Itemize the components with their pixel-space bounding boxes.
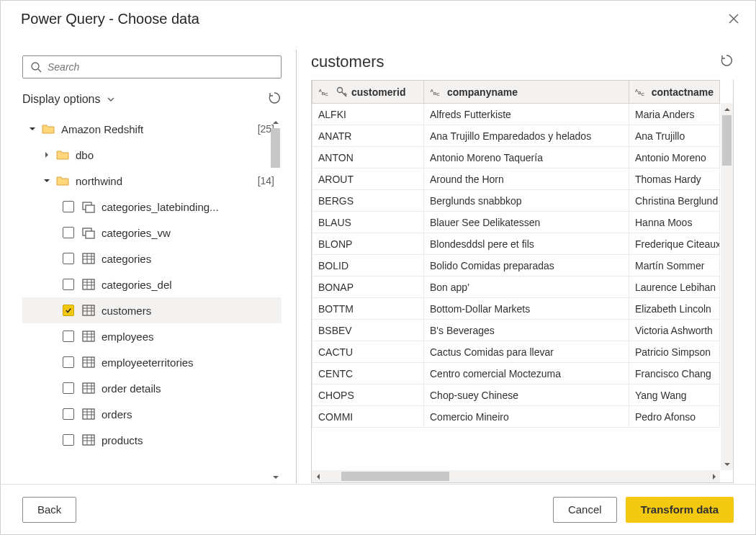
folder-icon <box>55 174 70 188</box>
table-row[interactable]: CACTUCactus Comidas para llevarPatricio … <box>312 341 720 363</box>
table-row[interactable]: BOTTMBottom-Dollar MarketsElizabeth Linc… <box>312 298 720 320</box>
close-icon <box>728 13 739 24</box>
table-row[interactable]: BOLIDBolido Comidas preparadasMartín Som… <box>312 255 720 277</box>
table-icon <box>81 329 96 343</box>
tree-node-table[interactable]: employees <box>22 323 282 349</box>
object-tree: Amazon Redshift[25]dbonorthwind[14]categ… <box>22 116 282 483</box>
table-row[interactable]: CENTCCentro comercial MoctezumaFrancisco… <box>312 363 720 385</box>
tree-checkbox[interactable] <box>63 434 74 446</box>
scroll-up-button[interactable] <box>269 116 282 128</box>
scroll-thumb[interactable] <box>271 128 280 168</box>
tree-node-table[interactable]: customers <box>22 297 282 323</box>
table-row[interactable]: COMMIComercio MineiroPedro Afonso <box>312 406 720 428</box>
table-icon <box>81 381 96 395</box>
tree-node-table[interactable]: products <box>22 427 282 453</box>
column-name: customerid <box>351 86 405 98</box>
column-name: contactname <box>652 86 714 98</box>
table-row[interactable]: BERGSBerglunds snabbkopChristina Berglun… <box>312 190 720 212</box>
column-header[interactable]: companyname <box>424 81 629 104</box>
tree-checkbox[interactable] <box>63 382 74 394</box>
table-cell: Ana Trujillo <box>629 125 720 147</box>
tree-node-table[interactable]: categories <box>22 246 282 271</box>
table-row[interactable]: BSBEVB's BeveragesVictoria Ashworth <box>312 320 720 341</box>
scroll-right-button[interactable] <box>708 470 720 482</box>
text-type-icon <box>635 87 649 97</box>
display-options-dropdown[interactable]: Display options <box>22 93 115 106</box>
scroll-thumb[interactable] <box>722 115 732 166</box>
expand-toggle[interactable] <box>42 177 51 184</box>
scroll-down-button[interactable] <box>721 458 733 470</box>
scroll-down-button[interactable] <box>269 471 282 483</box>
table-cell: Thomas Hardy <box>629 168 720 190</box>
cancel-button[interactable]: Cancel <box>553 497 617 523</box>
grid-vertical-scrollbar[interactable] <box>721 103 733 470</box>
table-cell: Martín Sommer <box>629 255 720 277</box>
close-button[interactable] <box>722 7 745 30</box>
table-row[interactable]: BLAUSBlauer See DelikatessenHanna Moos <box>312 212 720 233</box>
table-cell: BSBEV <box>312 320 424 341</box>
tree-checkbox[interactable] <box>63 356 74 368</box>
tree-node-root[interactable]: Amazon Redshift[25] <box>22 116 282 142</box>
table-cell: ANTON <box>312 147 424 168</box>
tree-checkbox[interactable] <box>63 305 74 316</box>
table-cell: Cactus Comidas para llevar <box>424 341 629 363</box>
column-header[interactable]: contactname <box>629 81 720 104</box>
panel-divider <box>296 50 297 483</box>
refresh-icon <box>719 53 734 68</box>
table-row[interactable]: BONAPBon app'Laurence Lebihan <box>312 277 720 298</box>
tree-node-table[interactable]: employeeterritories <box>22 349 282 375</box>
scroll-up-button[interactable] <box>721 103 733 115</box>
table-cell: Comercio Mineiro <box>424 406 629 428</box>
scroll-left-button[interactable] <box>312 470 324 482</box>
table-cell: Blondesddsl pere et fils <box>424 233 629 255</box>
table-cell: Berglunds snabbkop <box>424 190 629 212</box>
tree-checkbox[interactable] <box>63 253 74 264</box>
tree-checkbox[interactable] <box>63 408 74 420</box>
table-cell: BOLID <box>312 255 424 277</box>
table-row[interactable]: ALFKIAlfreds FutterkisteMaria Anders <box>312 104 720 125</box>
tree-node-table[interactable]: order details <box>22 375 282 401</box>
tree-checkbox[interactable] <box>63 227 74 238</box>
search-input[interactable] <box>48 61 274 73</box>
back-button[interactable]: Back <box>22 497 76 523</box>
table-cell: BLONP <box>312 233 424 255</box>
folder-icon <box>55 148 70 162</box>
expand-toggle[interactable] <box>28 125 37 132</box>
tree-node-table[interactable]: orders <box>22 401 282 427</box>
tree-checkbox[interactable] <box>63 201 74 212</box>
table-cell: BONAP <box>312 277 424 298</box>
tree-checkbox[interactable] <box>63 279 74 290</box>
table-row[interactable]: ANATRAna Trujillo Emparedados y heladosA… <box>312 125 720 147</box>
tree-node-table[interactable]: categories_del <box>22 271 282 297</box>
table-row[interactable]: CHOPSChop-suey ChineseYang Wang <box>312 385 720 406</box>
transform-data-button[interactable]: Transform data <box>626 497 734 523</box>
tree-label: employeeterritories <box>102 356 194 369</box>
tree-node-table[interactable]: categories_vw <box>22 220 282 246</box>
table-cell: Laurence Lebihan <box>629 277 720 298</box>
search-box[interactable] <box>22 55 282 78</box>
refresh-preview-button[interactable] <box>719 53 734 71</box>
tree-label: categories_latebinding... <box>102 201 219 213</box>
tree-node-table[interactable]: categories_latebinding... <box>22 194 282 220</box>
table-row[interactable]: BLONPBlondesddsl pere et filsFrederique … <box>312 233 720 255</box>
refresh-navigator-button[interactable] <box>267 91 282 108</box>
table-icon <box>81 251 96 266</box>
scroll-thumb[interactable] <box>341 472 449 481</box>
grid-horizontal-scrollbar[interactable] <box>312 470 720 482</box>
table-row[interactable]: AROUTAround the HornThomas Hardy <box>312 168 720 190</box>
table-cell: Francisco Chang <box>629 363 720 385</box>
table-cell: BOTTM <box>312 298 424 320</box>
table-cell: Antonio Moreno Taquería <box>424 147 629 168</box>
expand-toggle[interactable] <box>42 151 51 158</box>
search-icon <box>30 61 42 73</box>
key-icon <box>336 86 348 99</box>
table-icon <box>81 407 96 421</box>
table-row[interactable]: ANTONAntonio Moreno TaqueríaAntonio More… <box>312 147 720 168</box>
tree-scrollbar[interactable] <box>269 116 282 483</box>
tree-node-dbo[interactable]: dbo <box>22 142 282 168</box>
column-header[interactable]: customerid <box>312 81 424 104</box>
table-cell: Bolido Comidas preparadas <box>424 255 629 277</box>
tree-node-northwind[interactable]: northwind[14] <box>22 168 282 194</box>
tree-checkbox[interactable] <box>63 331 74 342</box>
table-cell: Alfreds Futterkiste <box>424 104 629 125</box>
